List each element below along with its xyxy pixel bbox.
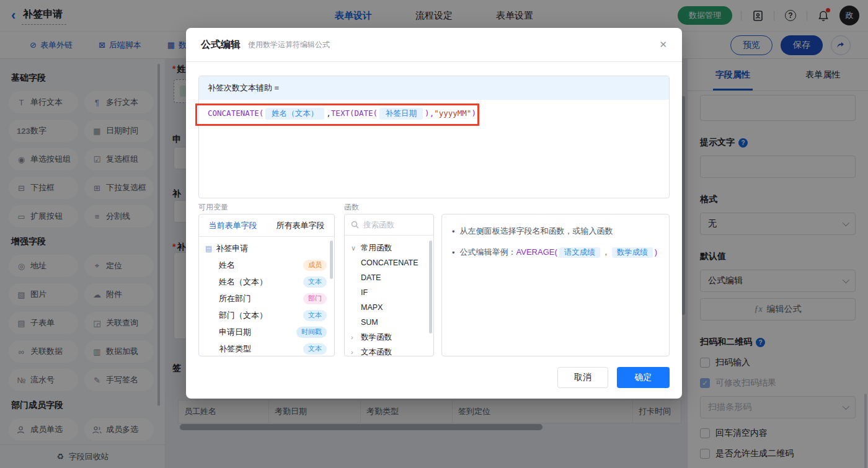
type-badge: 时间戳 xyxy=(296,327,327,338)
variable-row[interactable]: 所在部门部门 xyxy=(205,290,334,307)
confirm-button[interactable]: 确定 xyxy=(617,367,670,388)
formula-editor[interactable]: 补签次数文本辅助 = CONCATENATE(姓名（文本）,TEXT(DATE(… xyxy=(198,76,670,198)
variable-row[interactable]: 补签类型文本 xyxy=(205,340,334,356)
function-search-input[interactable] xyxy=(363,221,419,229)
field-chip[interactable]: 姓名（文本） xyxy=(265,108,324,120)
type-badge: 成员 xyxy=(303,260,327,271)
functions-scrollbar[interactable] xyxy=(429,241,432,333)
modal-title: 公式编辑 xyxy=(201,38,241,51)
example-chip: 语文成绩 xyxy=(559,247,600,258)
tip-line-1: 从左侧面板选择字段名和函数，或输入函数 xyxy=(460,226,613,237)
function-item-date[interactable]: DATE xyxy=(351,270,433,285)
tab-current-form-fields[interactable]: 当前表单字段 xyxy=(199,214,267,236)
cancel-button[interactable]: 取消 xyxy=(557,367,608,388)
variables-scrollbar[interactable] xyxy=(330,241,333,279)
caret-down-icon: ∨ xyxy=(351,244,357,252)
function-item-sum[interactable]: SUM xyxy=(351,315,433,330)
variables-caption: 可用变量 xyxy=(198,202,228,213)
variable-row[interactable]: 姓名成员 xyxy=(205,257,334,273)
function-item-if[interactable]: IF xyxy=(351,285,433,300)
functions-caption: 函数 xyxy=(344,202,359,213)
variables-panel: 当前表单字段 所有表单字段 ▤补签申请 姓名成员 姓名（文本）文本 所在部门部门… xyxy=(198,214,335,356)
tip-line-2: 公式编辑举例：AVERAGE(语文成绩，数学成绩) xyxy=(460,247,658,258)
field-chip[interactable]: 补签日期 xyxy=(379,108,423,120)
function-item-concatenate[interactable]: CONCATENATE xyxy=(351,255,433,270)
formula-editor-modal: 公式编辑 使用数学运算符编辑公式 ✕ 补签次数文本辅助 = CONCATENAT… xyxy=(186,28,682,399)
variable-row[interactable]: 姓名（文本）文本 xyxy=(205,273,334,290)
function-item-mapx[interactable]: MAPX xyxy=(351,300,433,315)
caret-right-icon: › xyxy=(351,333,357,341)
function-group-math[interactable]: ›数学函数 xyxy=(351,330,433,345)
caret-right-icon: › xyxy=(351,348,357,356)
tab-all-form-fields[interactable]: 所有表单字段 xyxy=(267,214,334,236)
type-badge: 文本 xyxy=(303,343,327,355)
functions-panel: ∨常用函数 CONCATENATE DATE IF MAPX SUM ›数学函数… xyxy=(344,214,434,356)
type-badge: 文本 xyxy=(303,310,327,321)
type-badge: 文本 xyxy=(303,276,327,288)
formula-tips: •从左侧面板选择字段名和函数，或输入函数 • 公式编辑举例：AVERAGE(语文… xyxy=(441,214,670,356)
variable-root[interactable]: ▤补签申请 xyxy=(205,241,334,257)
form-doc-icon: ▤ xyxy=(205,244,212,253)
type-badge: 部门 xyxy=(303,293,327,304)
variable-row[interactable]: 申请日期时间戳 xyxy=(205,324,334,340)
function-group-common[interactable]: ∨常用函数 xyxy=(351,241,433,255)
app-root: ‹ 补签申请 表单设计 流程设定 表单设置 数据管理 ? 政 ⊘表单外链 xyxy=(0,0,868,468)
formula-expression[interactable]: CONCATENATE(姓名（文本）,TEXT(DATE(补签日期),"yyyy… xyxy=(199,100,669,128)
example-chip: 数学成绩 xyxy=(612,247,653,258)
modal-subtitle: 使用数学运算符编辑公式 xyxy=(248,40,330,50)
close-icon[interactable]: ✕ xyxy=(659,39,667,50)
variable-row[interactable]: 部门（文本）文本 xyxy=(205,307,334,324)
search-icon xyxy=(351,221,359,229)
formula-target: 补签次数文本辅助 = xyxy=(199,76,669,100)
function-search[interactable] xyxy=(345,214,433,236)
function-group-text[interactable]: ›文本函数 xyxy=(351,345,433,356)
